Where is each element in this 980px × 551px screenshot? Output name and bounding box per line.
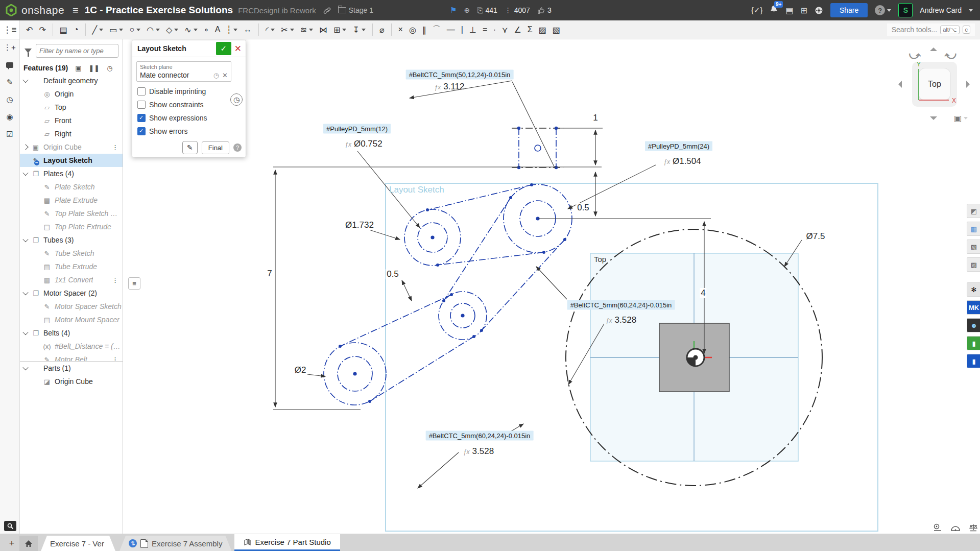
workspace-name[interactable]: Stage 1 [349, 6, 373, 14]
offset-tool-icon[interactable]: ≋ [297, 22, 316, 37]
normal-constraint-icon[interactable]: ∠ [511, 22, 524, 37]
expression-label-pd24[interactable]: #PulleyPD_5mm(24) [645, 141, 712, 151]
chevron-icon[interactable] [22, 170, 28, 176]
onshape-logo-icon[interactable] [5, 4, 17, 16]
redo-icon[interactable]: ↷ [36, 22, 49, 37]
dxf-import-icon[interactable]: ↧ [349, 22, 368, 37]
blue-book-panel-icon[interactable]: ▮ [967, 354, 980, 368]
slot-tool-icon[interactable]: ◇ [163, 22, 181, 37]
chevron-icon[interactable] [22, 329, 28, 335]
share-button[interactable]: Share [830, 3, 868, 17]
onshape-wordmark[interactable]: onshape [21, 4, 64, 16]
dimension-7[interactable]: 7 [266, 269, 273, 279]
new-tab-button[interactable]: + [4, 536, 19, 551]
insert-dwg-icon[interactable]: ◔ [70, 22, 82, 37]
dimension-4[interactable]: 4 [700, 288, 706, 298]
feature-tree-row[interactable]: ▤ Top Plate Extrude ⋮ [19, 220, 123, 233]
ai-assistant-icon[interactable] [815, 6, 823, 15]
tasks-icon[interactable]: ▤ [785, 6, 793, 15]
feature-tree-row[interactable]: ✎ Plate Sketch ⋮ [19, 180, 123, 194]
help-menu[interactable]: ? [875, 5, 891, 15]
green-book-panel-icon[interactable]: ▮ [967, 336, 980, 350]
sketch-list-flyout-button[interactable]: ≡ [128, 277, 140, 290]
dimension-05-right[interactable]: 0.5 [576, 203, 590, 213]
fillet-tool-icon[interactable]: ◜ [262, 22, 278, 37]
feature-tree-row[interactable]: ✎ Motor Spacer Sketch ⋮ [19, 300, 123, 313]
perpendicular-constraint-icon[interactable]: ⊥ [466, 22, 480, 37]
changes-icon[interactable]: ⋮ [505, 6, 512, 14]
measure-tool-icon[interactable]: ⌀ [376, 22, 388, 37]
feature-tree-row[interactable]: ✎ Motor Belt ⋮ [19, 353, 123, 361]
coincident-constraint-icon[interactable]: × [395, 22, 406, 37]
workspace-folder-icon[interactable] [338, 7, 346, 13]
document-title[interactable]: 1C - Practice Exercise Solutions [85, 5, 233, 16]
document-notes-icon[interactable]: ✎ [0, 74, 19, 91]
drag-handle-icon[interactable]: ⋮ [112, 276, 123, 284]
named-positions-panel-icon[interactable]: ▨ [967, 257, 980, 272]
cube-grid-panel-icon[interactable]: ▦ [967, 222, 980, 236]
dimension-d2[interactable]: Ø2 [294, 365, 307, 375]
feature-tree-row[interactable]: ▦ 1x1 Convert ⋮ [19, 273, 123, 286]
tab-part-studio[interactable]: Exercise 7 Part Studio [234, 534, 340, 551]
hamburger-menu-icon[interactable]: ≡ [73, 5, 79, 15]
rectangle-tool-icon[interactable]: ▭ [106, 22, 126, 37]
checkbox-row[interactable]: Disable imprinting [132, 85, 246, 98]
filter-icon[interactable] [25, 49, 32, 53]
show-constraints-icon[interactable]: ▧ [549, 22, 563, 37]
apps-grid-icon[interactable]: ⊞ [801, 6, 807, 15]
dialog-accept-button[interactable]: ✓ [216, 42, 231, 55]
sketch-plane-field[interactable]: Sketch plane Mate connector ◷ ✕ [136, 61, 231, 82]
midpoint-constraint-icon[interactable]: ∙ [490, 22, 498, 37]
public-globe-icon[interactable]: ⊕ [464, 6, 470, 14]
tab-assembly[interactable]: ⇅ Exercise 7 Assembly [119, 536, 231, 551]
feature-tree-row[interactable]: ▣ Origin Cube ⋮ [19, 140, 123, 154]
feature-tree-row[interactable]: ▤ Motor Mount Spacer ⋮ [19, 313, 123, 326]
circle-tool-icon[interactable]: ○ [126, 22, 144, 37]
feature-tree-row[interactable]: ❐ Tubes (3) ⋮ [19, 233, 123, 247]
expression-label-belt60-right[interactable]: #BeltCTC_5mm(60,24,24)-0.015in [567, 300, 675, 310]
dimension-1[interactable]: 1 [592, 113, 599, 123]
fix-constraint-icon[interactable]: ▨ [536, 22, 549, 37]
chevron-icon[interactable] [22, 144, 28, 150]
dimension-belt60-right[interactable]: ƒx3.528 [606, 315, 636, 325]
feature-tree-row[interactable]: ◎ Origin ⋮ [19, 87, 123, 101]
pattern-tool-icon[interactable]: ⊞ [330, 22, 349, 37]
dimension-05-mid[interactable]: 0.5 [386, 269, 400, 279]
feature-tree-row[interactable]: ▱ Top ⋮ [19, 101, 123, 114]
tangent-constraint-icon[interactable]: ⌒ [429, 22, 444, 37]
feature-tree-row[interactable]: ❐ Belts (4) ⋮ [19, 326, 123, 340]
insert-item-icon[interactable]: ⋮+ [0, 39, 19, 56]
vertical-constraint-icon[interactable]: | [458, 22, 466, 37]
comments-icon[interactable] [0, 56, 19, 74]
copies-icon[interactable]: ⎘. [477, 6, 483, 15]
parallel-constraint-icon[interactable]: ∥ [419, 22, 429, 37]
tool-search-input[interactable]: Search tools... alt/⌥ c [887, 23, 975, 36]
new-folder-icon[interactable]: ▣ [75, 64, 81, 72]
dimension-pd24[interactable]: ƒxØ1.504 [663, 156, 701, 166]
drag-handle-icon[interactable]: ⋮ [112, 356, 123, 362]
mass-properties-icon[interactable] [968, 523, 978, 532]
clear-selection-icon[interactable]: ✕ [222, 71, 228, 79]
text-tool-icon[interactable]: A [212, 22, 224, 37]
feature-tree-row[interactable]: ✎ Tube Sketch ⋮ [19, 247, 123, 260]
user-name[interactable]: Andrew Card [920, 6, 962, 14]
concentric-constraint-icon[interactable]: ◎ [406, 22, 419, 37]
feature-tree-row[interactable]: ▤ Tube Extrude ⋮ [19, 260, 123, 273]
feature-tree-row[interactable]: Default geometry ⋮ [19, 74, 123, 87]
tab-version[interactable]: Exercise 7 - Ver [41, 536, 115, 551]
home-tab-button[interactable] [19, 536, 38, 551]
dimension-d1732[interactable]: Ø1.732 [344, 220, 375, 230]
dimension-tool-icon[interactable]: ↔ [241, 22, 255, 37]
butterfly-panel-icon[interactable]: ✻ [967, 282, 980, 297]
chevron-icon[interactable] [22, 365, 28, 370]
feature-tree-row[interactable]: ✎ Layout Sketch ⋮ [19, 154, 123, 167]
tape-measure-icon[interactable] [933, 523, 943, 532]
trim-tool-icon[interactable]: ✂ [278, 22, 297, 37]
cube-rotate-panel-icon[interactable]: ▧ [967, 239, 980, 254]
feature-tree-row[interactable]: ▱ Right ⋮ [19, 127, 123, 140]
checkbox-row[interactable]: Show expressions [132, 111, 246, 125]
checkbox-row[interactable]: Show constraints [132, 98, 246, 111]
cut-list-icon[interactable]: ☑ [0, 126, 19, 143]
learning-icon[interactable]: ⚑ [450, 6, 457, 15]
feature-tree-row[interactable]: ▱ Front ⋮ [19, 114, 123, 127]
